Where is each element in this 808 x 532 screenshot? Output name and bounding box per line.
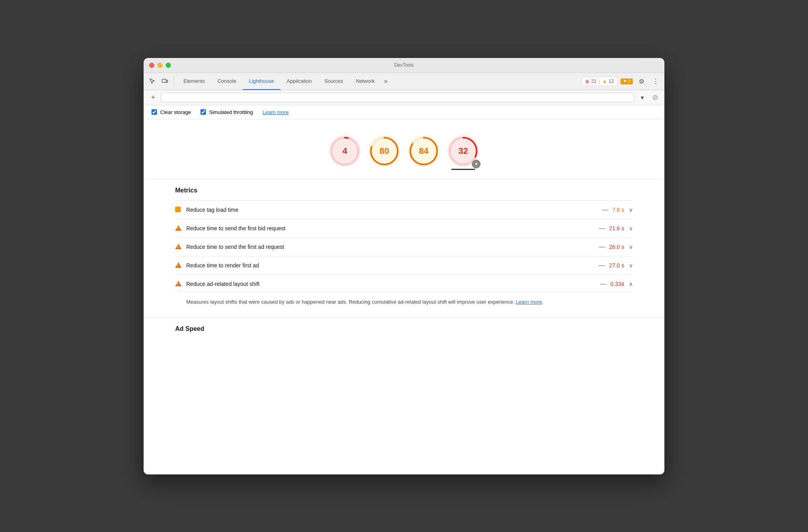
metric-value-2: 21.6 s [609, 225, 624, 231]
error-icon: ⊗ [585, 78, 589, 84]
metrics-section: Metrics Reduce tag load time — 7.8 s ∨ [144, 179, 664, 317]
metric-label-5: Reduce ad-related layout shift [186, 281, 598, 287]
metric-learn-more-link[interactable]: Learn more [516, 299, 542, 305]
svg-rect-1 [166, 80, 168, 82]
devtools-window: DevTools Elements [144, 58, 664, 474]
info-badge[interactable]: ⚑2 [621, 78, 633, 84]
metrics-title: Metrics [175, 179, 633, 200]
tab-application[interactable]: Application [281, 73, 318, 90]
chevron-3: ∨ [629, 244, 633, 250]
minimize-button[interactable] [157, 63, 163, 68]
more-options-button[interactable]: ⋮ [650, 76, 661, 87]
metric-value-4: 27.0 s [609, 262, 624, 269]
metric-value-3: 26.0 s [609, 244, 624, 250]
dropdown-button[interactable]: ▾ [638, 93, 647, 102]
main-content: 4 80 [144, 119, 664, 474]
metric-value-5: 0.334 [610, 281, 624, 287]
window-title: DevTools [394, 62, 413, 68]
metric-dash-3: — [599, 243, 605, 250]
chevron-2: ∨ [629, 225, 633, 231]
traffic-lights [149, 63, 171, 68]
metric-value-1: 7.8 s [612, 207, 624, 213]
throttling-learn-more-link[interactable]: Learn more [262, 109, 288, 115]
add-button[interactable]: + [148, 93, 158, 102]
inspect-element-button[interactable] [147, 76, 158, 87]
metric-row-2[interactable]: Reduce time to send the first bid reques… [175, 219, 633, 237]
chevron-1: ∨ [629, 207, 633, 213]
error-badge-group[interactable]: ⊗ 21 | ▲ 12 [582, 77, 617, 86]
metric-icon-3 [175, 244, 181, 250]
title-bar: DevTools [144, 58, 664, 73]
error-count: 21 [591, 78, 596, 84]
chevron-5: ∧ [629, 281, 633, 287]
metric-icon-1 [175, 207, 181, 213]
metric-label-3: Reduce time to send the first ad request [186, 244, 597, 250]
device-toggle-button[interactable] [159, 76, 170, 87]
clear-storage-checkbox[interactable]: Clear storage [152, 109, 191, 115]
tab-network[interactable]: Network [350, 73, 381, 90]
metric-dash-5: — [600, 280, 606, 287]
block-button[interactable]: ⊘ [650, 93, 660, 102]
metric-dash-4: — [599, 262, 605, 269]
ad-speed-title: Ad Speed [175, 317, 633, 339]
metric-dash-2: — [599, 225, 605, 232]
metric-row-5[interactable]: Reduce ad-related layout shift — 0.334 ∧ [175, 275, 633, 291]
metric-expanded-5: Measures layout shifts that were caused … [175, 291, 633, 317]
tab-right-controls: ⊗ 21 | ▲ 12 ⚑2 ⚙ ⋮ [582, 76, 661, 87]
metric-icon-5 [175, 281, 181, 287]
metric-icon-4 [175, 262, 181, 269]
tab-icons [147, 76, 174, 87]
ad-speed-section: Ad Speed [144, 317, 664, 339]
close-button[interactable] [149, 63, 154, 68]
metric-row-1[interactable]: Reduce tag load time — 7.8 s ∨ [175, 200, 633, 219]
score-circle-2[interactable]: 80 [368, 135, 400, 167]
scores-section: 4 80 [144, 119, 664, 179]
metric-row-5-container: Reduce ad-related layout shift — 0.334 ∧… [175, 274, 633, 317]
metric-icon-2 [175, 225, 181, 231]
tabs: Elements Console Lighthouse Application … [177, 73, 582, 90]
metric-row-4[interactable]: Reduce time to render first ad — 27.0 s … [175, 256, 633, 274]
tab-sources[interactable]: Sources [318, 73, 350, 90]
url-input[interactable] [161, 93, 634, 102]
warning-icon: ▲ [602, 78, 607, 84]
active-score-indicator [451, 169, 475, 170]
simulated-throttling-checkbox[interactable]: Simulated throttling [200, 109, 253, 115]
metric-description-5: Measures layout shifts that were caused … [186, 292, 633, 310]
svg-rect-0 [162, 79, 166, 82]
settings-button[interactable]: ⚙ [636, 76, 647, 87]
tab-console[interactable]: Console [211, 73, 243, 90]
warning-count: 12 [609, 78, 614, 84]
tab-bar: Elements Console Lighthouse Application … [144, 73, 664, 90]
metric-dash-1: — [602, 206, 608, 213]
tab-lighthouse[interactable]: Lighthouse [243, 73, 281, 90]
score-circle-1[interactable]: 4 [329, 135, 361, 167]
more-tabs-button[interactable]: » [381, 78, 391, 85]
chevron-4: ∨ [629, 262, 633, 269]
plugin-badge: ✦ [472, 160, 481, 168]
score-circle-3[interactable]: 84 [408, 135, 440, 167]
tab-elements[interactable]: Elements [177, 73, 211, 90]
metric-label-2: Reduce time to send the first bid reques… [186, 225, 597, 231]
checkbox-bar: Clear storage Simulated throttling Learn… [144, 105, 664, 119]
secondary-bar: + ▾ ⊘ [144, 90, 664, 105]
metric-label-1: Reduce tag load time [186, 207, 600, 213]
metric-row-3[interactable]: Reduce time to send the first ad request… [175, 237, 633, 256]
devtools-body: Elements Console Lighthouse Application … [144, 73, 664, 474]
score-circle-4[interactable]: 32 ✦ [447, 135, 479, 167]
metric-label-4: Reduce time to render first ad [186, 262, 597, 269]
info-icon: ⚑ [623, 79, 627, 84]
maximize-button[interactable] [166, 63, 171, 68]
